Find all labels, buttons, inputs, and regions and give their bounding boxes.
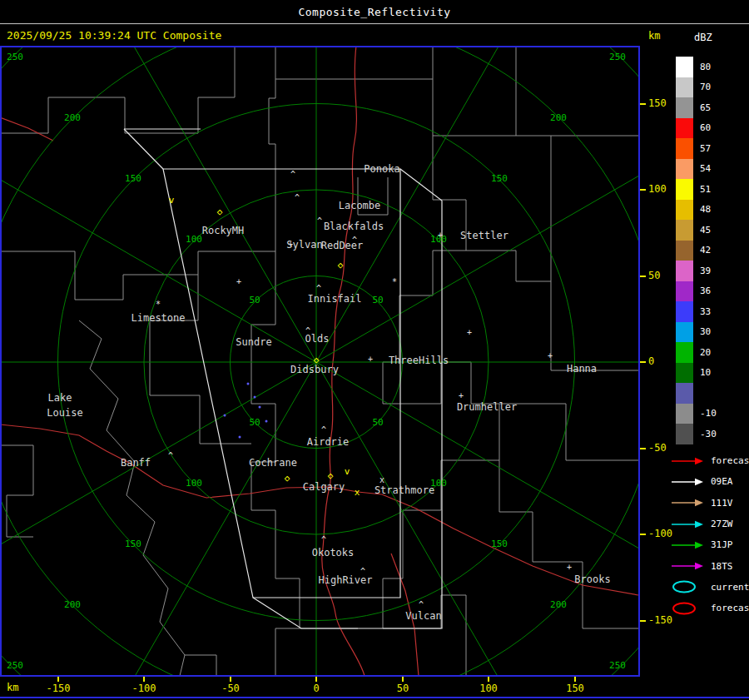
colorbar-row: 57 [676, 138, 717, 159]
colorbar-swatch [676, 220, 693, 241]
legend-arrow-icon [671, 477, 704, 487]
colorbar-label: 70 [700, 82, 711, 92]
bottom-axis-tick [230, 677, 231, 682]
echo-dot [224, 415, 226, 417]
map-marker: + [548, 351, 553, 360]
legend-label: forecast [711, 603, 749, 613]
range-ring-label: 50 [372, 295, 383, 305]
colorbar-swatch [676, 118, 693, 139]
range-ring-label: 250 [609, 660, 626, 671]
colorbar-label: 57 [700, 143, 711, 154]
legend-label: 111V [711, 498, 733, 509]
legend-ellipse [673, 582, 695, 593]
city-label: Innisfail [307, 293, 361, 305]
city-label: Banff [121, 457, 151, 469]
echo-dot [265, 420, 268, 423]
colorbar-label: 60 [700, 122, 711, 133]
legend-arrow-head [695, 542, 703, 549]
range-ring-label: 50 [249, 417, 260, 428]
legend-row: 09EA [671, 471, 749, 492]
right-axis-label: -100 [648, 528, 672, 540]
colorbar-label: -30 [700, 429, 717, 439]
colorbar-swatch [676, 322, 693, 343]
colorbar-swatch [676, 301, 693, 322]
map-marker: + [438, 231, 443, 240]
colorbar-title: dBZ [694, 32, 712, 43]
colorbar-row: 48 [676, 200, 717, 221]
map-marker: ^ [360, 567, 365, 576]
bottom-axis-label: 150 [555, 683, 595, 694]
range-ring-label: 200 [550, 599, 567, 610]
colorbar-label: 10 [700, 367, 711, 378]
map-marker: + [236, 277, 241, 286]
city-label: Vulcan [405, 610, 441, 622]
map-marker: + [288, 240, 293, 249]
city-label: Blackfalds [324, 221, 384, 232]
colorbar-swatch [676, 383, 693, 404]
range-ring-label: 250 [7, 52, 23, 62]
colorbar-swatch [676, 77, 693, 98]
legend-arrow-head [695, 520, 703, 527]
legend-row: 18TS [671, 555, 749, 576]
legend-arrow-icon [671, 498, 704, 508]
colorbar-row: 36 [676, 281, 717, 302]
radar-site-marker: v [169, 195, 175, 206]
city-label: RockyMH [202, 225, 245, 236]
map-marker: + [567, 563, 572, 572]
colorbar-row: 60 [676, 118, 717, 139]
right-axis-label: -150 [648, 614, 672, 627]
bottom-axis-tick [574, 677, 576, 682]
colorbar-swatch [676, 138, 693, 159]
map-marker: ^ [305, 326, 310, 335]
bottom-axis-label: 100 [469, 683, 508, 694]
timestamp: 2025/09/25 10:39:24 UTC Composite [7, 29, 221, 42]
range-ring-label: 150 [491, 173, 508, 184]
legend-arrow-head [695, 563, 703, 569]
azimuth-line [83, 46, 316, 362]
azimuth-line [316, 362, 640, 595]
legend-row: forecast [671, 450, 749, 471]
colorbar-swatch [676, 159, 693, 180]
colorbar-label: 20 [700, 347, 711, 358]
bottom-axis-label: -50 [211, 683, 250, 694]
legend-row: 111V [671, 493, 749, 514]
city-label: Didsbury [290, 364, 339, 375]
legend-arrow-head [695, 479, 703, 485]
radar-site-marker: ◇ [285, 473, 290, 484]
colorbar-row: 20 [676, 342, 717, 363]
title-separator [0, 23, 749, 24]
colorbar-swatch [676, 424, 693, 444]
range-ring-label: 150 [125, 173, 141, 184]
right-axis-label: 150 [648, 97, 667, 110]
echo-dot [247, 383, 250, 385]
radar-site-marker: ◇ [314, 355, 320, 365]
right-axis-tick [640, 189, 646, 191]
range-ring-label: 150 [491, 539, 508, 549]
right-axis-label: 100 [648, 183, 667, 196]
colorbar-row: 33 [676, 301, 717, 322]
colorbar-swatch [676, 179, 693, 200]
colorbar-swatch [676, 281, 693, 302]
map-marker: + [459, 391, 464, 400]
city-label: Airdrie [307, 436, 350, 448]
legend-arrow-head [695, 457, 703, 464]
city-label: Drumheller [457, 401, 517, 413]
range-ring-label: 100 [186, 478, 202, 489]
echo-dot [239, 436, 241, 439]
colorbar-label: 42 [700, 245, 711, 256]
echo-dot [254, 396, 256, 399]
bottom-axis-tick [402, 677, 404, 682]
map-marker: * [392, 277, 397, 286]
right-axis-label: 0 [648, 355, 654, 368]
radar-map[interactable]: 5010015020025050100150200250501001502002… [0, 46, 640, 677]
colorbar-row: 54 [676, 159, 717, 180]
legend-label: 18TS [711, 561, 733, 572]
right-axis-label: -50 [648, 442, 667, 454]
bottom-axis-unit: km [7, 682, 18, 693]
colorbar-label: 51 [700, 184, 711, 195]
colorbar-row: 65 [676, 97, 717, 118]
radar-window: Composite_Reflectivity 2025/09/25 10:39:… [0, 0, 749, 700]
bottom-axis-label: 50 [383, 683, 423, 694]
city-label: HighRiver [318, 574, 372, 586]
range-ring-label: 50 [372, 417, 383, 428]
